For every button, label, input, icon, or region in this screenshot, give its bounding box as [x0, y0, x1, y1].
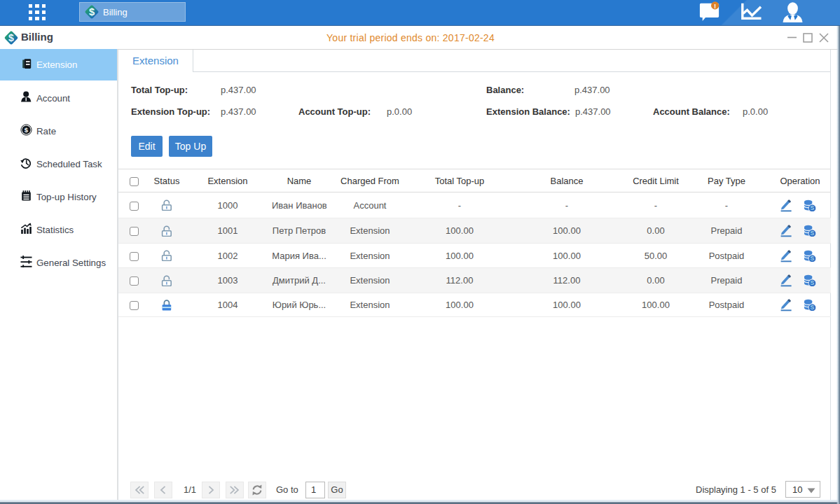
- svg-text:$: $: [89, 6, 95, 18]
- svg-text:!: !: [714, 2, 716, 10]
- svg-text:$: $: [25, 126, 29, 134]
